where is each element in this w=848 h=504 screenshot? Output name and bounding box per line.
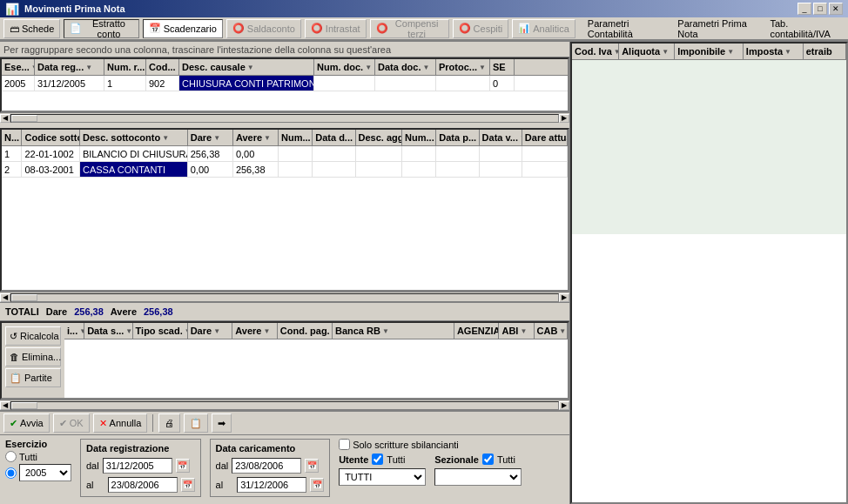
- top-grid-row[interactable]: 2005 31/12/2005 1 902 CHIUSURA CONTI PAT…: [2, 76, 568, 91]
- param-contab-tab[interactable]: Parametri Contabilità: [582, 18, 670, 39]
- bottom-form: Esercizio Tutti 2005: [0, 434, 569, 504]
- data-caric-dal-input[interactable]: [232, 458, 301, 474]
- mid-col-n[interactable]: N...▼: [2, 130, 22, 145]
- partite-button[interactable]: 📋 Partite: [5, 368, 61, 387]
- close-button[interactable]: ✕: [829, 3, 843, 15]
- scad-col-cond[interactable]: Cond. pag.▼: [278, 323, 333, 339]
- data-caric-dal-cal-button[interactable]: 📅: [305, 459, 319, 473]
- param-prima-nota-tab[interactable]: Parametri Prima Nota: [672, 18, 761, 39]
- scad-hscroll-thumb[interactable]: [11, 402, 37, 409]
- compensi-icon: ⭕: [376, 23, 388, 34]
- scad-col-i[interactable]: i...▼: [64, 323, 84, 339]
- col-datadoc[interactable]: Data doc.▼: [375, 59, 436, 75]
- elimina-button[interactable]: 🗑 Elimina...: [5, 347, 61, 366]
- estratto-conto-button[interactable]: 📄 Estratto conto: [64, 19, 138, 38]
- data-caric-al-input[interactable]: [237, 477, 306, 493]
- col-cod[interactable]: Cod...▼: [146, 59, 179, 75]
- utente-tutti-checkbox[interactable]: [372, 454, 383, 465]
- scad-col-datas[interactable]: Data s...▼: [84, 323, 132, 339]
- mid-col-avere[interactable]: Avere▼: [233, 130, 279, 145]
- iva-col-etraib[interactable]: etraib: [804, 44, 846, 59]
- annulla-button[interactable]: ✕ Annulla: [93, 413, 148, 433]
- scad-grid-hscroll[interactable]: ◀ ▶: [0, 400, 569, 410]
- export-button[interactable]: ➡: [212, 413, 232, 433]
- scad-col-dare[interactable]: Dare▼: [188, 323, 233, 339]
- utente-select[interactable]: TUTTI: [339, 468, 426, 486]
- col-numdoc[interactable]: Num. doc.▼: [314, 59, 375, 75]
- esercizio-value-radio[interactable]: [5, 467, 17, 479]
- sezionale-tutti-checkbox[interactable]: [482, 454, 494, 465]
- mid-col-datad[interactable]: Data d...▼: [313, 130, 355, 145]
- ok-button[interactable]: ✔ OK: [53, 413, 90, 433]
- annulla-icon: ✕: [99, 418, 107, 429]
- scad-col-agenzia[interactable]: AGENZIA▼: [454, 323, 500, 339]
- scad-hscroll-left[interactable]: ◀: [0, 401, 10, 410]
- scad-sidebar: ↺ Ricalcola 🗑 Elimina... 📋 Partite: [2, 323, 64, 398]
- col-datareg[interactable]: Data reg...▼: [35, 59, 104, 75]
- mid-hscroll-right[interactable]: ▶: [559, 293, 569, 302]
- col-se[interactable]: SE: [490, 59, 515, 75]
- mid-col-datap[interactable]: Data p...▼: [436, 130, 479, 145]
- esercizio-select[interactable]: 2005: [19, 464, 71, 481]
- iva-col-aliquota[interactable]: Aliquota▼: [619, 44, 675, 59]
- data-reg-al-cal-button[interactable]: 📅: [181, 478, 195, 492]
- col-ese[interactable]: Ese...▼: [2, 59, 35, 75]
- top-grid-hscroll[interactable]: ◀ ▶: [0, 112, 569, 123]
- saldaconto-button[interactable]: ⭕ Saldaconto: [226, 19, 301, 38]
- ok-icon: ✔: [59, 418, 67, 429]
- schede-button[interactable]: 🗃 Schede: [3, 19, 60, 38]
- iva-col-cod[interactable]: Cod. Iva▼: [572, 44, 619, 59]
- scad-col-abi[interactable]: ABI▼: [499, 323, 534, 339]
- iva-col-imposta[interactable]: Imposta▼: [744, 44, 804, 59]
- esercizio-tutti-radio[interactable]: [5, 451, 17, 462]
- scad-col-avere[interactable]: Avere▼: [232, 323, 278, 339]
- data-reg-al-input[interactable]: [108, 477, 178, 493]
- middle-grid-row[interactable]: 2 08-03-2001 CASSA CONTANTI 0,00 256,38: [2, 162, 568, 178]
- avvia-button[interactable]: ✔ Avvia: [3, 413, 50, 433]
- sezionale-select[interactable]: [434, 468, 522, 486]
- mid-hscroll-thumb[interactable]: [11, 294, 37, 301]
- mid-col-desc[interactable]: Desc. sottoconto▼: [80, 130, 188, 145]
- mid-col-num1[interactable]: Num...▼: [279, 130, 313, 145]
- mid-col-num2[interactable]: Num...▼: [402, 130, 436, 145]
- col-desc-causale[interactable]: Desc. causale▼: [179, 59, 314, 75]
- col-numr[interactable]: Num. r...▼: [104, 59, 146, 75]
- mid-col-dareattua[interactable]: Dare attua: [522, 130, 568, 145]
- mid-col-datav[interactable]: Data v...▼: [480, 130, 522, 145]
- ricalcola-button[interactable]: ↺ Ricalcola: [5, 326, 61, 346]
- mid-hscroll-left[interactable]: ◀: [0, 293, 10, 302]
- scadenzario-button[interactable]: 📅 Scadenzario: [143, 19, 223, 38]
- col-protoc[interactable]: Protoc...▼: [436, 59, 490, 75]
- print-button[interactable]: 🖨: [158, 413, 180, 433]
- scad-col-banca[interactable]: Banca RB▼: [333, 323, 454, 339]
- tab-contab-iva-tab[interactable]: Tab. contabilità/IVA: [764, 18, 845, 39]
- maximize-button[interactable]: □: [813, 3, 827, 15]
- scad-col-tipo[interactable]: Tipo scad.▼: [133, 323, 188, 339]
- hscroll-right-arrow[interactable]: ▶: [559, 114, 569, 123]
- copy-button[interactable]: 📋: [184, 413, 208, 433]
- analitica-button[interactable]: 📊 Analitica: [512, 19, 575, 38]
- data-reg-dal-cal-button[interactable]: 📅: [176, 459, 190, 473]
- mid-col-dare[interactable]: Dare▼: [188, 130, 233, 145]
- hscroll-track[interactable]: [10, 114, 559, 123]
- hscroll-thumb[interactable]: [11, 115, 37, 122]
- compensi-button[interactable]: ⭕ Compensi terzi: [370, 19, 449, 38]
- group-area: Per raggruppare secondo una colonna, tra…: [0, 42, 569, 57]
- hscroll-left-arrow[interactable]: ◀: [0, 114, 10, 123]
- intrastat-button[interactable]: ⭕ Intrastat: [305, 19, 367, 38]
- middle-grid-row[interactable]: 1 22-01-1002 BILANCIO DI CHIUSURA 256,38…: [2, 146, 568, 162]
- middle-grid-hscroll[interactable]: ◀ ▶: [0, 292, 569, 302]
- data-reg-dal-input[interactable]: [103, 458, 172, 474]
- scad-hscroll-right[interactable]: ▶: [559, 401, 569, 410]
- iva-col-imponibile[interactable]: Imponibile▼: [675, 44, 744, 59]
- scad-hscroll-track[interactable]: [10, 401, 559, 410]
- mid-col-descagg[interactable]: Desc. agg.▼: [356, 130, 403, 145]
- mid-hscroll-track[interactable]: [10, 293, 559, 302]
- mid-col-codice[interactable]: Codice sotto...▼: [22, 130, 79, 145]
- cespiti-button[interactable]: ⭕ Cespiti: [453, 19, 509, 38]
- minimize-button[interactable]: _: [798, 3, 811, 15]
- scad-col-cab[interactable]: CAB▼: [535, 323, 568, 339]
- data-caric-al-cal-button[interactable]: 📅: [310, 478, 324, 492]
- solo-scritture-checkbox[interactable]: [339, 439, 350, 450]
- avvia-icon: ✔: [10, 418, 17, 429]
